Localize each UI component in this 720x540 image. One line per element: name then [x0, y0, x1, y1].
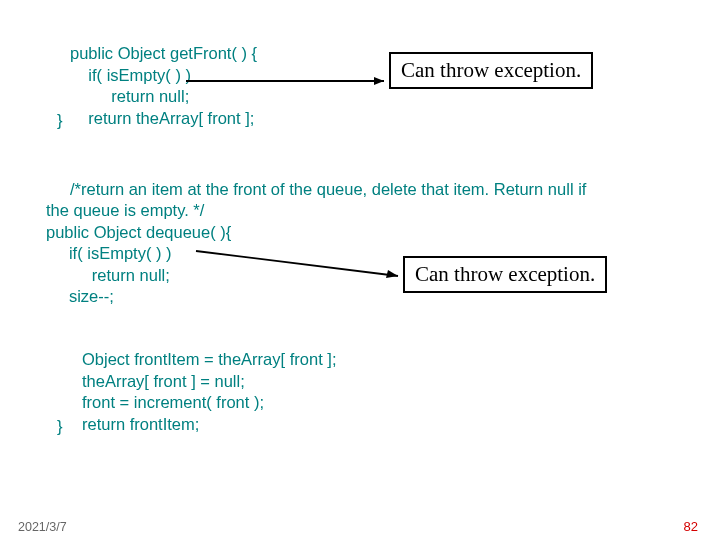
code-line: if( isEmpty( ) ) — [70, 66, 191, 84]
code-line: return null; — [70, 87, 189, 105]
footer-date: 2021/3/7 — [18, 520, 67, 534]
slide: public Object getFront( ) { if( isEmpty(… — [0, 0, 720, 540]
code-block-dequeue-bottom: Object frontItem = theArray[ front ]; th… — [82, 328, 336, 435]
code-line: size--; — [46, 287, 114, 305]
code-line: return null; — [46, 266, 170, 284]
callout-box-exception-1: Can throw exception. — [389, 52, 593, 89]
svg-marker-1 — [374, 77, 384, 85]
arrow-icon — [196, 248, 406, 288]
code-block-dequeue-body: the queue is empty. */ public Object deq… — [46, 179, 231, 308]
svg-line-2 — [196, 251, 398, 276]
code-line: public Object dequeue( ){ — [46, 223, 231, 241]
code-block-getfront: public Object getFront( ) { if( isEmpty(… — [70, 22, 257, 129]
callout-text: Can throw exception. — [415, 262, 595, 286]
code-line: public Object getFront( ) { — [70, 44, 257, 62]
callout-box-exception-2: Can throw exception. — [403, 256, 607, 293]
code-line: Object frontItem = theArray[ front ]; — [82, 350, 336, 368]
code-line: theArray[ front ] = null; — [82, 372, 245, 390]
code-line: return theArray[ front ]; — [70, 109, 254, 127]
code-line: if( isEmpty( ) ) — [46, 244, 172, 262]
svg-marker-3 — [386, 270, 398, 278]
footer-page-number: 82 — [684, 519, 698, 534]
code-brace-close-1: } — [57, 110, 63, 131]
code-line: front = increment( front ); — [82, 393, 264, 411]
code-line: return frontItem; — [82, 415, 199, 433]
arrow-icon — [186, 78, 386, 92]
code-brace-close-2: } — [57, 416, 63, 437]
callout-text: Can throw exception. — [401, 58, 581, 82]
code-line: the queue is empty. */ — [46, 201, 204, 219]
